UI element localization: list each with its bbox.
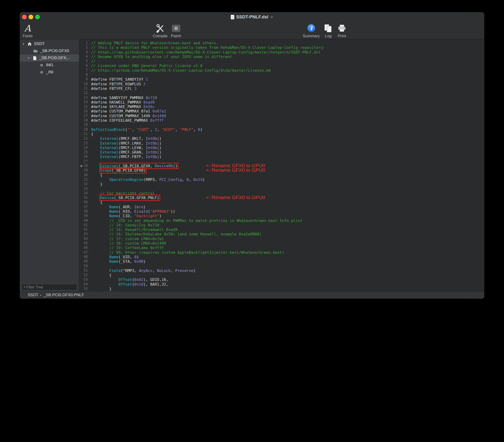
line-numbers: 1234567891011121314151617181920212223242… xyxy=(79,39,90,291)
line-number: 2 xyxy=(79,45,88,50)
minimize-button[interactable] xyxy=(29,15,33,19)
line-number: 5 xyxy=(79,59,88,63)
traffic-lights xyxy=(22,15,40,19)
printer-icon xyxy=(337,24,347,32)
code-line: Device(_SB.PCI0.GFX0.PNLF)<- Rename GFX0… xyxy=(91,195,484,200)
code-line: Offset(0x02), GDID,16, xyxy=(91,277,484,282)
line-number: 55 xyxy=(79,286,88,291)
line-number: 56 xyxy=(79,291,88,291)
code-editor[interactable]: 1234567891011121314151617181920212223242… xyxy=(79,39,484,291)
line-number: 29 xyxy=(79,168,88,173)
line-number: 43 xyxy=(79,232,88,236)
line-number: 10 xyxy=(79,82,88,86)
tree-label: _INI xyxy=(46,70,53,74)
line-number: 20 xyxy=(79,127,88,132)
line-number: 15 xyxy=(79,105,88,109)
line-number: 26 xyxy=(79,155,88,159)
line-number: 45 xyxy=(79,241,88,246)
code-line xyxy=(91,123,484,127)
code-line: { xyxy=(91,173,484,177)
code-line: #define CUSTOM_PWMMAX_07a1 0x07a1 xyxy=(91,109,484,113)
sidebar-item-gfx0-scope[interactable]: ▼ _SB.PCI0.GFX... xyxy=(20,54,79,62)
sidebar-item-ini[interactable]: _INI xyxy=(20,69,79,76)
method-icon xyxy=(39,63,44,67)
sidebar-item-ini1[interactable]: INI1 xyxy=(20,62,79,69)
breadcrumb-separator-icon: ▸ xyxy=(40,293,41,297)
compile-button[interactable]: Compile xyxy=(153,23,167,38)
code-line: Name(_HID, EisaId("APP0002")) xyxy=(91,209,484,214)
sidebar-item-gfx0-folder[interactable]: _SB.PCI0.GFX0 xyxy=(20,47,79,54)
zoom-button[interactable] xyxy=(35,15,40,19)
line-number: 24 xyxy=(79,145,88,150)
acpi-tree: ▼ SSDT _SB.PCI0.GFX0 ▼ xyxy=(20,39,79,76)
status-bar: SSDT ▸ _SB.PCI0.GFX0.PNLF xyxy=(20,291,484,299)
code-line: Name(_UID, 0) xyxy=(91,255,484,259)
info-icon: i xyxy=(307,24,315,32)
summary-button[interactable]: i Summary xyxy=(303,23,320,38)
code-line: // xyxy=(91,59,484,63)
patch-button[interactable]: Patch xyxy=(171,23,181,38)
code-line: #define SKYLAKE_PWMMAX 0x56c xyxy=(91,105,484,109)
breadcrumb-root[interactable]: SSDT xyxy=(28,293,38,297)
window-title: SSDT-PNLF.dsl xyxy=(236,14,268,19)
line-number: 1 xyxy=(79,41,88,45)
print-label: Print xyxy=(338,34,346,38)
line-number: 11 xyxy=(79,86,88,91)
code-line: { xyxy=(91,200,484,205)
line-number: 52 xyxy=(79,273,88,277)
code-line: #define COFFEELAKE_PWMMAX 0xffff xyxy=(91,118,484,123)
summary-label: Summary xyxy=(303,34,320,38)
print-button[interactable]: Print xyxy=(337,23,347,38)
serif-a-icon: A xyxy=(24,24,31,33)
code-line: Offset(0x10), BAR1,32, xyxy=(91,282,484,286)
line-number: 33 xyxy=(79,187,88,191)
code-line: External(RMCF.LMAX, IntObj) xyxy=(91,141,484,145)
code-line: // 18: custom LMAX=0x1499 xyxy=(91,241,484,246)
document-proxy-icon[interactable] xyxy=(231,15,234,19)
rename-highlight-box: Device(_SB.PCI0.GFX0.PNLF) xyxy=(100,195,159,200)
toolbar: A Fonts Compile xyxy=(20,22,484,39)
code-line: External(_SB.PCI0.GFX0, DeviceObj)<- Ren… xyxy=(91,164,484,168)
line-number: 47 xyxy=(79,250,88,255)
code-lines: // Adding PNLF device for WhateverGreen.… xyxy=(90,39,484,291)
sidebar-item-ssdt[interactable]: ▼ SSDT xyxy=(20,40,79,47)
line-number: 44 xyxy=(79,237,88,241)
tree-label: _SB.PCI0.GFX... xyxy=(39,56,70,60)
filter-input[interactable] xyxy=(26,285,75,289)
close-button[interactable] xyxy=(22,15,27,19)
tree-label: SSDT xyxy=(34,41,45,46)
gear-badge-icon xyxy=(172,25,180,32)
line-number: 31 xyxy=(79,177,88,182)
fonts-label: Fonts xyxy=(23,34,33,38)
fonts-button[interactable]: A Fonts xyxy=(23,23,33,38)
line-number: 53 xyxy=(79,277,88,282)
line-number: 30 xyxy=(79,173,88,177)
code-line: // 17: custom LMAX=0x7a1 xyxy=(91,237,484,241)
line-number: 48 xyxy=(79,255,88,259)
disclosure-triangle-icon[interactable]: ▼ xyxy=(22,42,26,45)
code-line xyxy=(91,73,484,77)
line-number: 18 xyxy=(79,118,88,123)
code-line: // 15: Haswell/Broadwell 0xad9 xyxy=(91,227,484,232)
code-line: // 14: Sandy/Ivy 0x710 xyxy=(91,223,484,227)
code-line: #define SANDYIVY_PWMMAX 0x710 xyxy=(91,95,484,100)
code-line: // _UID is set depending on PWMMax to ma… xyxy=(91,218,484,223)
line-number: 37 xyxy=(79,205,88,209)
code-line: // 16: Skylake/KabyLake 0x56c (and some … xyxy=(91,232,484,236)
log-label: Log xyxy=(325,34,331,38)
breadcrumb-path[interactable]: _SB.PCI0.GFX0.PNLF xyxy=(43,293,84,297)
code-line: // https://github.com/RehabMan/OS-X-Clov… xyxy=(91,68,484,73)
code-line: } xyxy=(91,286,484,291)
method-icon xyxy=(39,70,44,74)
line-number: 51 xyxy=(79,268,88,273)
code-line: #define HASWELL_PWMMAX 0xad9 xyxy=(91,100,484,105)
code-line: #define CUSTOM_PWMMAX_1499 0x1499 xyxy=(91,114,484,118)
code-line: Name(_CID, "backlight") xyxy=(91,214,484,218)
rename-highlight-box: External(_SB.PCI0.GFX0, DeviceObj) xyxy=(100,164,178,168)
disclosure-triangle-icon[interactable]: ▼ xyxy=(27,57,31,59)
code-line: DefinitionBlock("", "SSDT", 2, "ACDT", "… xyxy=(91,127,484,132)
filter-field[interactable] xyxy=(22,284,77,290)
chevron-down-icon[interactable] xyxy=(270,16,273,18)
rename-highlight-box: Scope(_SB.PCI0.GFX0) xyxy=(100,168,146,173)
log-button[interactable]: Log xyxy=(324,23,333,38)
